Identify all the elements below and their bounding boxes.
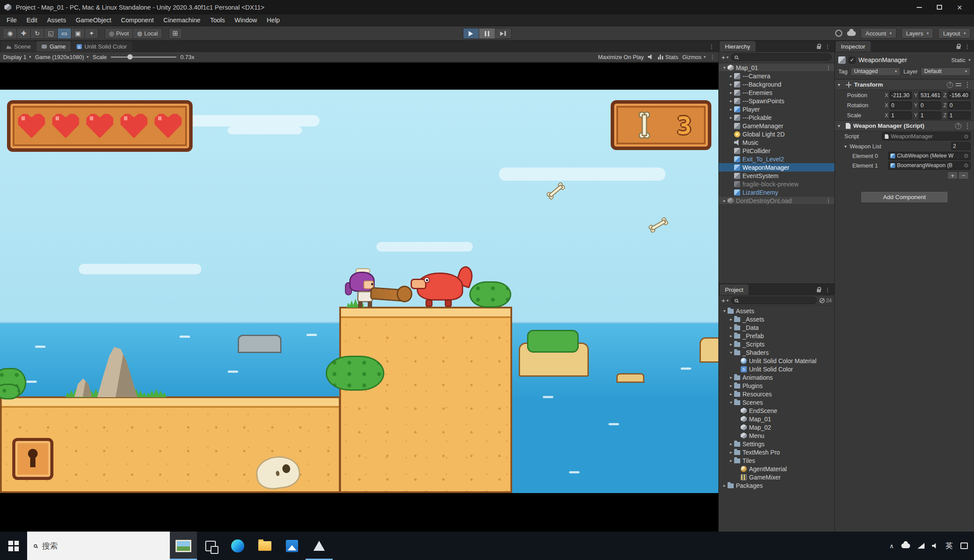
- menu-item[interactable]: GameObject: [71, 14, 116, 26]
- help-icon[interactable]: ?: [947, 82, 953, 88]
- tab-hierarchy[interactable]: Hierarchy: [720, 41, 756, 52]
- pane-menu-icon[interactable]: ⋮: [710, 54, 715, 60]
- play-button[interactable]: [463, 28, 479, 39]
- tab-inspector[interactable]: Inspector: [836, 41, 871, 52]
- gameobject-cube-icon[interactable]: [838, 56, 846, 64]
- foldout-arrow-icon[interactable]: ▸: [721, 198, 728, 203]
- project-row[interactable]: ▾ _Shaders: [719, 348, 834, 357]
- move-tool[interactable]: ✚: [17, 28, 31, 39]
- active-checkbox[interactable]: ✓: [849, 57, 855, 63]
- scale-slider-thumb[interactable]: [127, 54, 133, 60]
- remove-element-button[interactable]: −: [958, 172, 969, 179]
- stats-button[interactable]: Stats: [658, 54, 679, 60]
- chevron-down-icon[interactable]: ▾: [968, 58, 970, 62]
- foldout-arrow-icon[interactable]: ▸: [728, 115, 734, 120]
- foldout-arrow-icon[interactable]: ▸: [728, 392, 734, 396]
- close-button[interactable]: ×: [949, 0, 970, 14]
- project-row[interactable]: ▸ Settings: [719, 440, 834, 448]
- tray-expand-icon[interactable]: ∧: [890, 542, 894, 550]
- menu-item[interactable]: Assets: [42, 14, 71, 26]
- foldout-arrow-icon[interactable]: ▾: [838, 123, 843, 128]
- project-row[interactable]: ▸ _Prefab: [719, 332, 834, 340]
- hierarchy-row[interactable]: LizardEnemy: [719, 188, 834, 196]
- display-dropdown[interactable]: Display 1▾: [3, 54, 31, 60]
- weapon-list-foldout[interactable]: ▾ Weapon List 2: [835, 141, 974, 151]
- hierarchy-row[interactable]: WeaponManager: [719, 163, 834, 172]
- foldout-arrow-icon[interactable]: ▸: [728, 317, 734, 322]
- menu-item[interactable]: File: [2, 14, 21, 26]
- hierarchy-row[interactable]: Global Light 2D: [719, 130, 834, 138]
- view-tool[interactable]: ◉: [4, 28, 17, 39]
- hierarchy-row[interactable]: Music: [719, 138, 834, 147]
- project-row[interactable]: ▸ Packages: [719, 481, 834, 490]
- project-row[interactable]: EndScene: [719, 406, 834, 415]
- create-button[interactable]: +▾: [721, 297, 728, 304]
- transform-tool[interactable]: ▣: [71, 28, 85, 39]
- project-row[interactable]: ▸ TextMesh Pro: [719, 448, 834, 456]
- hierarchy-search-input[interactable]: [731, 53, 832, 61]
- menu-item[interactable]: Component: [116, 14, 158, 26]
- menu-item[interactable]: Cinemachine: [158, 14, 205, 26]
- taskbar-app-photos[interactable]: [278, 532, 306, 560]
- foldout-arrow-icon[interactable]: ▸: [728, 74, 734, 78]
- collab-icon[interactable]: [835, 30, 842, 37]
- x-field[interactable]: 0: [890, 102, 912, 109]
- layers-dropdown[interactable]: Layers▾: [901, 28, 934, 38]
- maximize-on-play-button[interactable]: Maximize On Play: [598, 54, 644, 60]
- project-row[interactable]: ▸ Animations: [719, 373, 834, 382]
- task-view-button[interactable]: [197, 532, 224, 560]
- project-row[interactable]: ▸ Resources: [719, 390, 834, 398]
- tab-shader-unlit-solid-color[interactable]: Unlit Solid Color: [71, 41, 132, 52]
- hierarchy-row[interactable]: fragile-block-preview: [719, 180, 834, 188]
- grid-snap-button[interactable]: ⊞: [169, 28, 182, 39]
- gizmos-dropdown[interactable]: Gizmos▾: [682, 54, 706, 60]
- tab-scene[interactable]: Scene: [1, 41, 36, 52]
- scale-tool[interactable]: ◱: [44, 28, 58, 39]
- foldout-arrow-icon[interactable]: ▸: [728, 82, 734, 87]
- script-object-field[interactable]: WeaponManager ⊙: [882, 132, 970, 140]
- tab-project[interactable]: Project: [720, 284, 749, 295]
- x-field[interactable]: -211.30: [890, 91, 912, 99]
- start-button[interactable]: [0, 532, 27, 560]
- resolution-dropdown[interactable]: Game (1920x1080)▾: [35, 54, 89, 60]
- volume-icon[interactable]: [932, 543, 938, 549]
- pane-menu-icon[interactable]: ⋮: [825, 287, 830, 293]
- foldout-arrow-icon[interactable]: ▸: [728, 441, 734, 446]
- tag-dropdown[interactable]: Untagged▾: [851, 67, 900, 76]
- add-element-button[interactable]: +: [947, 172, 958, 179]
- foldout-arrow-icon[interactable]: ▸: [728, 325, 734, 330]
- foldout-arrow-icon[interactable]: ▸: [728, 450, 734, 455]
- object-picker-icon[interactable]: ⊙: [964, 153, 968, 159]
- z-field[interactable]: -156.40: [948, 91, 970, 99]
- transform-header[interactable]: ▾ Transform ? ⋮: [835, 79, 974, 90]
- project-row[interactable]: Map_01: [719, 415, 834, 423]
- foldout-arrow-icon[interactable]: ▾: [728, 350, 734, 355]
- gameobject-name[interactable]: WeaponManager: [858, 56, 948, 63]
- component-menu-icon[interactable]: ⋮: [964, 122, 971, 130]
- game-viewport[interactable]: 3: [0, 63, 718, 532]
- pane-menu-icon[interactable]: ⋮: [825, 43, 830, 50]
- project-row[interactable]: ▸ _Data: [719, 323, 834, 332]
- account-dropdown[interactable]: Account▾: [861, 28, 897, 38]
- z-field[interactable]: 0: [948, 102, 970, 109]
- hidden-packages-toggle[interactable]: 24: [819, 298, 832, 304]
- create-button[interactable]: +▾: [721, 53, 728, 61]
- foldout-arrow-icon[interactable]: ▾: [838, 82, 843, 87]
- lock-icon[interactable]: [817, 289, 821, 292]
- hierarchy-row[interactable]: ▾ Map_01 ⋮: [719, 63, 834, 72]
- foldout-arrow-icon[interactable]: ▾: [721, 65, 728, 70]
- project-search-input[interactable]: [731, 297, 816, 304]
- hierarchy-row[interactable]: ▸ ---Background: [719, 80, 834, 88]
- menu-item[interactable]: Help: [262, 14, 285, 26]
- step-button[interactable]: [495, 28, 511, 39]
- object-picker-icon[interactable]: ⊙: [964, 133, 968, 140]
- lock-icon[interactable]: [956, 46, 960, 49]
- foldout-arrow-icon[interactable]: ▸: [728, 342, 734, 346]
- foldout-arrow-icon[interactable]: ▸: [728, 90, 734, 95]
- row-options-icon[interactable]: ⋮: [826, 64, 834, 71]
- language-indicator[interactable]: 英: [946, 541, 953, 551]
- rect-tool[interactable]: ▭: [58, 28, 71, 39]
- project-row[interactable]: Unlit Solid Color: [719, 365, 834, 373]
- cloud-icon[interactable]: [847, 31, 856, 36]
- notification-center-icon[interactable]: [960, 542, 968, 549]
